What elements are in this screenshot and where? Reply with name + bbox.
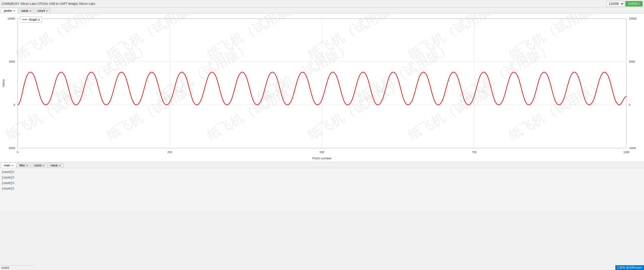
data-row-0: [ count ] 0 [2,169,642,175]
tab-plotter-close[interactable]: ✕ [13,10,15,12]
x-axis-title: Point number [312,156,332,160]
tab-bottom-value-label: value [51,164,58,167]
y-label-5000neg: -5000 [8,147,15,150]
tab-count-label: count [37,9,45,13]
footer-count-label: count [0,265,35,270]
x-label-750: 750 [472,151,476,154]
tab-plotter-label: plotter [4,9,12,13]
chart-legend: Graph 1 [20,17,42,23]
bottom-tabs: main ✕ filter ✕ count ✕ value ✕ [0,162,644,168]
x-label-500: 500 [320,151,324,154]
legend-line-indicator [22,19,27,20]
y-label-right-5000: 5000 [629,60,635,63]
y-label-10000: 10000 [7,17,15,20]
tab-value-close[interactable]: ✕ [29,10,31,12]
plot-area: 纸飞机（试用版） 纸飞机（试用版） 纸飞机（试用版） 纸飞机（试用版） 纸飞机（… [0,14,644,162]
tab-count[interactable]: count ✕ [35,8,51,13]
tab-plotter[interactable]: plotter ✕ [1,8,18,13]
tab-value[interactable]: value ✕ [18,8,34,13]
data-row-2: [ count ] 0 [2,180,642,186]
x-label-1000: 1000 [623,151,629,154]
tab-bottom-main-close[interactable]: ✕ [11,164,13,167]
close-port-button[interactable]: 关闭串口 [625,1,642,7]
tab-count-close[interactable]: ✕ [46,10,48,12]
tab-bottom-filter[interactable]: filter ✕ [17,163,31,168]
y-axis-title: Value [2,79,5,87]
y-label-right-10000: 10000 [629,17,637,20]
status-bar: CSDN @治理expert [615,265,644,270]
chart-svg: 10000 5000 0 -5000 10000 5000 0 -5000 0 … [0,14,644,162]
data-row-3: [ count ] 0 [2,186,642,191]
connection-title: COM6(BUSY Silicon Labs CP210x USB to UAR… [2,2,95,6]
tab-bottom-count-close[interactable]: ✕ [43,164,45,167]
legend-label: Graph 1 [29,18,40,21]
bottom-panel: main ✕ filter ✕ count ✕ value ✕ [ count … [0,162,644,211]
tab-bottom-value-close[interactable]: ✕ [59,164,61,167]
tab-bottom-main[interactable]: main ✕ [1,163,16,168]
y-label-0: 0 [14,103,15,106]
x-label-250: 250 [168,151,172,154]
y-label-right-5000neg: -5000 [629,147,636,150]
baud-rate-select[interactable]: 115200 [607,1,624,7]
top-bar-right: 115200 关闭串口 [607,1,642,7]
tab-bottom-main-label: main [4,164,10,167]
y-label-right-0: 0 [629,103,630,106]
tab-bottom-filter-close[interactable]: ✕ [26,164,28,167]
tab-bottom-filter-label: filter [19,164,25,167]
tab-bottom-value[interactable]: value ✕ [48,163,64,168]
top-bar: COM6(BUSY Silicon Labs CP210x USB to UAR… [0,0,644,8]
y-label-5000: 5000 [9,60,15,63]
tab-bottom-count[interactable]: count ✕ [31,163,47,168]
top-tabs: plotter ✕ value ✕ count ✕ [0,8,644,14]
data-rows-container: [ count ] 0 [ count ] 0 [ count ] 0 [ co… [0,168,644,192]
status-text: CSDN @治理expert [617,266,642,269]
data-row-1: [ count ] 0 [2,175,642,180]
tab-value-label: value [21,9,28,13]
tab-bottom-count-label: count [34,164,42,167]
x-label-0: 0 [17,151,18,154]
